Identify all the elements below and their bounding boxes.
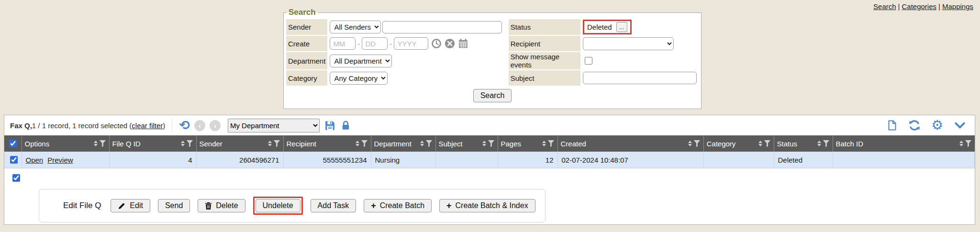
status-more-button[interactable]: ... [616,22,627,32]
column-header-department[interactable]: Department [371,135,435,152]
filter-icon[interactable] [187,140,193,147]
row-select-cell [4,152,22,168]
sort-icon[interactable] [688,141,692,146]
chevron-down-icon[interactable] [954,119,966,132]
create-day-input[interactable] [362,37,388,50]
recipient-select[interactable] [583,37,674,50]
create-month-input[interactable] [330,37,356,50]
filter-icon[interactable] [100,140,106,147]
sort-icon[interactable] [542,141,546,146]
category-select[interactable]: Any Category [330,72,388,85]
table-row[interactable]: OpenPreview 4 2604596271 55555551234 Nur… [4,152,975,168]
date-separator: - [390,40,392,48]
search-submit-button[interactable]: Search [473,89,512,102]
cell-department: Nursing [371,152,435,168]
cell-sender: 2604596271 [196,152,283,168]
subject-field-cell [581,70,699,86]
filter-icon[interactable] [426,140,433,147]
cell-options: OpenPreview [22,152,109,168]
sort-icon[interactable] [181,141,185,146]
filter-icon[interactable] [823,140,830,147]
sort-icon[interactable] [959,141,963,146]
column-header-status[interactable]: Status [774,135,833,152]
top-nav: Search|Categories|Mappings [873,2,973,11]
sort-icon[interactable] [268,141,272,146]
nav-link-mappings[interactable]: Mappings [942,2,973,11]
preview-link[interactable]: Preview [47,156,73,164]
filter-icon[interactable] [274,140,280,147]
column-header-sender[interactable]: Sender [196,135,283,152]
column-header-created[interactable]: Created [557,135,703,152]
gear-icon[interactable]: ⚙ [931,119,943,132]
column-header-subject[interactable]: Subject [435,135,498,152]
search-panel-legend: Search [287,8,318,17]
column-header-pages[interactable]: Pages [498,135,557,152]
filter-icon[interactable] [965,140,972,147]
fax-queue-panel: Fax Q, 1 / 1 record, 1 record selected (… [4,115,975,225]
filter-icon[interactable] [694,140,701,147]
sort-icon[interactable] [420,141,424,146]
calendar-icon[interactable] [458,38,468,49]
subject-input[interactable] [583,72,697,84]
sort-icon[interactable] [482,141,486,146]
sort-icon[interactable] [817,141,821,146]
cell-subject [435,152,498,168]
department-label: Department [286,52,327,69]
undo-icon[interactable]: ⟲ [179,119,190,132]
column-label: Created [561,140,686,148]
category-label: Category [286,70,327,86]
previous-page-icon[interactable]: ‹ [194,120,205,131]
filter-icon[interactable] [764,140,771,147]
clear-date-icon[interactable] [445,38,455,49]
filter-icon[interactable] [488,140,495,147]
row-checkbox[interactable] [10,156,18,164]
search-panel: Search Sender All Senders Status Deleted… [283,8,702,109]
cell-pages: 12 [498,152,557,168]
select-all-checkbox[interactable] [9,140,17,147]
clear-filter-link[interactable]: clear filter [132,122,163,130]
date-separator: - [357,40,360,48]
recipient-field-cell [581,36,699,51]
clock-icon[interactable] [431,38,442,49]
undelete-button[interactable]: Undelete [256,199,301,212]
new-document-icon[interactable] [886,120,898,131]
toolbar-divider [172,118,172,133]
sort-icon[interactable] [758,141,762,146]
column-header-batch-id[interactable]: Batch ID [833,135,975,152]
edit-button[interactable]: Edit [111,199,150,212]
lock-icon[interactable] [340,120,351,131]
open-link[interactable]: Open [26,156,44,164]
delete-button[interactable]: Delete [198,199,245,212]
next-page-icon[interactable]: › [210,120,221,131]
filter-icon[interactable] [548,140,555,147]
create-batch-index-button[interactable]: + Create Batch & Index [439,199,535,212]
nav-link-categories[interactable]: Categories [902,2,937,11]
select-all-header-cell [4,135,22,152]
create-label: Create [286,36,327,51]
refresh-icon[interactable] [908,119,921,132]
sender-input[interactable] [382,21,502,33]
sort-icon[interactable] [356,141,359,146]
save-view-icon[interactable] [324,120,336,132]
footer-select-checkbox[interactable] [12,174,20,182]
sender-select[interactable]: All Senders [330,21,381,33]
status-highlight-box: Deleted ... [583,20,632,34]
toolbar-left-cluster: ⟲ ‹ › My Department [179,119,351,133]
filter-icon[interactable] [361,140,368,147]
create-field-cell: - - [328,36,508,51]
department-select[interactable]: All Department [330,55,392,67]
column-header-options[interactable]: Options [22,135,109,152]
add-task-button[interactable]: Add Task [311,199,356,212]
create-year-input[interactable] [394,37,428,50]
column-header-recipient[interactable]: Recipient [283,135,371,152]
create-batch-button[interactable]: + Create Batch [364,199,432,212]
grid-toolbar: Fax Q, 1 / 1 record, 1 record selected (… [4,115,975,135]
column-header-file-q-id[interactable]: File Q ID [109,135,196,152]
sort-icon[interactable] [94,141,98,146]
cell-category [703,152,774,168]
column-header-category[interactable]: Category [703,135,774,152]
nav-link-search[interactable]: Search [873,2,896,11]
send-button[interactable]: Send [158,199,190,212]
view-select[interactable]: My Department [228,119,320,133]
show-events-checkbox[interactable] [585,57,592,65]
